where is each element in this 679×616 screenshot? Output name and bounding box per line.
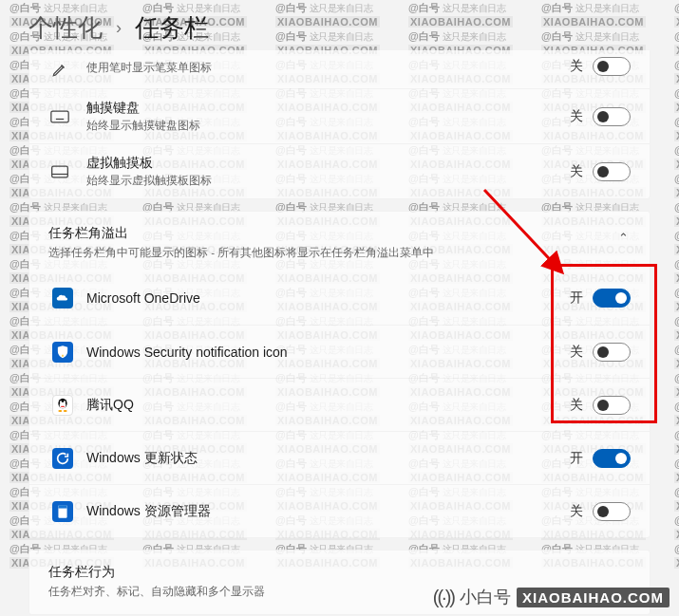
update-toggle[interactable] xyxy=(593,449,631,468)
update-label: Windows 更新状态 xyxy=(86,450,198,467)
virtual-touchpad-state: 关 xyxy=(570,163,583,180)
svg-point-11 xyxy=(64,401,66,403)
svg-point-10 xyxy=(60,401,62,403)
pen-menu-sub: 使用笔时显示笔菜单图标 xyxy=(86,61,212,75)
security-label: Windows Security notification icon xyxy=(86,345,288,360)
breadcrumb-parent[interactable]: 个性化 xyxy=(28,11,103,45)
explorer-toggle[interactable] xyxy=(593,502,631,521)
breadcrumb: 个性化 › 任务栏 xyxy=(28,11,651,45)
security-toggle[interactable] xyxy=(593,343,631,362)
svg-rect-0 xyxy=(51,111,68,122)
svg-rect-16 xyxy=(58,505,66,508)
touch-keyboard-state: 关 xyxy=(570,108,583,125)
onedrive-row: Microsoft OneDrive 开 xyxy=(29,271,650,325)
overflow-card: 任务栏角溢出 选择任务栏角中可能显示的图标 - 所有其他图标将显示在任务栏角溢出… xyxy=(28,211,651,538)
shield-icon xyxy=(52,342,73,363)
qq-toggle[interactable] xyxy=(593,396,631,415)
onedrive-label: Microsoft OneDrive xyxy=(86,290,200,306)
touch-keyboard-sub: 始终显示触摸键盘图标 xyxy=(86,119,200,133)
security-row: Windows Security notification icon 关 xyxy=(29,325,650,378)
qq-state: 关 xyxy=(570,397,583,414)
svg-rect-6 xyxy=(52,166,68,177)
svg-point-12 xyxy=(58,410,62,412)
pen-menu-toggle[interactable] xyxy=(593,57,631,76)
onedrive-state: 开 xyxy=(570,289,583,307)
explorer-state: 关 xyxy=(570,503,583,520)
signal-icon: ((·)) xyxy=(433,587,454,608)
overflow-header[interactable]: 任务栏角溢出 选择任务栏角中可能显示的图标 - 所有其他图标将显示在任务栏角溢出… xyxy=(29,212,650,271)
onedrive-toggle[interactable] xyxy=(593,289,631,308)
virtual-touchpad-toggle[interactable] xyxy=(593,162,631,181)
chevron-up-icon: ⌃ xyxy=(618,231,629,245)
touchpad-icon xyxy=(50,162,69,181)
update-row: Windows 更新状态 开 xyxy=(29,431,650,484)
pen-menu-row: 使用笔时显示笔菜单图标 关 xyxy=(29,50,650,88)
touch-keyboard-toggle[interactable] xyxy=(593,107,631,126)
explorer-row: Windows 资源管理器 关 xyxy=(29,484,650,537)
virtual-touchpad-title: 虚拟触摸板 xyxy=(86,155,212,172)
overflow-sub: 选择任务栏角中可能显示的图标 - 所有其他图标将显示在任务栏角溢出菜单中 xyxy=(48,246,631,260)
touch-keyboard-row: 触摸键盘 始终显示触摸键盘图标 关 xyxy=(29,88,650,143)
pen-menu-state: 关 xyxy=(570,58,583,75)
explorer-label: Windows 资源管理器 xyxy=(86,503,211,520)
corner-icons-card: 使用笔时显示笔菜单图标 关 触摸键盘 始终显示触摸键盘图标 关 虚拟触摸板 xyxy=(28,50,651,199)
chevron-right-icon: › xyxy=(116,18,122,38)
qq-icon xyxy=(52,395,73,416)
explorer-icon xyxy=(52,501,73,522)
overflow-title: 任务栏角溢出 xyxy=(48,225,631,242)
qq-row: 腾讯QQ 关 xyxy=(29,378,650,431)
pen-icon xyxy=(50,60,69,79)
touch-keyboard-title: 触摸键盘 xyxy=(86,100,200,117)
svg-rect-14 xyxy=(61,405,65,406)
keyboard-icon xyxy=(50,107,69,126)
qq-label: 腾讯QQ xyxy=(86,397,134,414)
behavior-title: 任务栏行为 xyxy=(48,564,631,581)
breadcrumb-current: 任务栏 xyxy=(135,11,209,45)
virtual-touchpad-sub: 始终显示虚拟触摸板图标 xyxy=(86,174,212,188)
onedrive-icon xyxy=(52,288,73,308)
virtual-touchpad-row: 虚拟触摸板 始终显示虚拟触摸板图标 关 xyxy=(29,143,650,198)
update-state: 开 xyxy=(570,450,583,467)
update-icon xyxy=(52,448,73,469)
footer-watermark: ((·)) 小白号 XIAOBAIHAO.COM xyxy=(433,586,670,608)
svg-point-13 xyxy=(64,410,67,412)
security-state: 关 xyxy=(570,344,583,361)
